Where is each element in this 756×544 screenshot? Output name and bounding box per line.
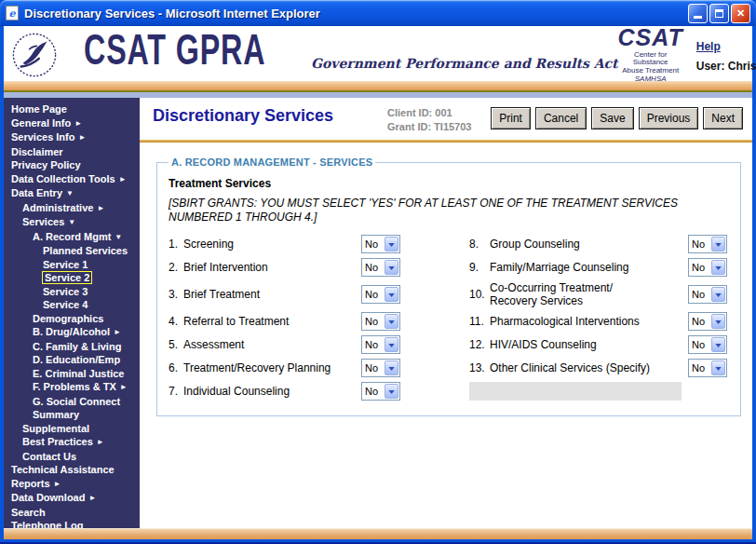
service-number: 13. bbox=[469, 361, 490, 374]
previous-button[interactable]: Previous bbox=[639, 107, 699, 129]
sidebar-item-data-collection-tools[interactable]: Data Collection Tools► bbox=[4, 172, 140, 187]
sidebar-item-g-social-connect[interactable]: G. Social Connect bbox=[4, 395, 140, 409]
service-name: Other Clinical Services (Specify) bbox=[490, 361, 650, 374]
service-3-select[interactable]: No▼ bbox=[361, 285, 400, 304]
print-button[interactable]: Print bbox=[491, 107, 531, 129]
service-5-select[interactable]: No▼ bbox=[361, 335, 400, 354]
sidebar-item-search[interactable]: Search bbox=[4, 506, 140, 520]
sidebar-item-privacy-policy[interactable]: Privacy Policy bbox=[4, 158, 140, 172]
service-1-label: 1.Screening bbox=[169, 235, 361, 253]
dropdown-arrow-button[interactable]: ▼ bbox=[711, 360, 725, 375]
sbirt-grants-note: [SBIRT GRANTS: YOU MUST SELECT 'YES' FOR… bbox=[169, 197, 727, 224]
sidebar-item-demographics[interactable]: Demographics bbox=[4, 312, 140, 326]
service-1-select[interactable]: No▼ bbox=[361, 235, 400, 253]
service-6-select[interactable]: No▼ bbox=[361, 359, 400, 377]
sidebar-item-b-drug-alcohol[interactable]: B. Drug/Alcohol► bbox=[4, 325, 140, 340]
dropdown-arrow-button[interactable]: ▼ bbox=[385, 260, 398, 275]
title-bar: e Discretionary Services - Microsoft Int… bbox=[0, 0, 756, 26]
sidebar-item-a-record-mgmt[interactable]: A. Record Mgmt▼ bbox=[4, 230, 140, 245]
sidebar-item-home-page[interactable]: Home Page bbox=[4, 102, 140, 116]
sidebar-item-data-entry[interactable]: Data Entry▼ bbox=[4, 186, 140, 201]
sidebar-item-general-info[interactable]: General Info► bbox=[4, 116, 140, 131]
selected-value: No bbox=[362, 286, 384, 303]
sidebar-item-services[interactable]: Services▼ bbox=[4, 215, 140, 230]
sidebar-item-service-4[interactable]: Service 4 bbox=[4, 298, 140, 312]
dropdown-arrow-button[interactable]: ▼ bbox=[711, 287, 725, 302]
dropdown-arrow-button[interactable]: ▼ bbox=[385, 384, 398, 399]
sidebar-item-label: Search bbox=[11, 507, 46, 518]
header-divider-band bbox=[4, 81, 752, 92]
service-number: 4. bbox=[169, 315, 183, 328]
submenu-right-arrow-icon: ► bbox=[78, 133, 86, 142]
sidebar-item-services-info[interactable]: Services Info► bbox=[4, 130, 140, 145]
sidebar-item-service-3[interactable]: Service 3 bbox=[4, 285, 140, 299]
dropdown-arrow-button[interactable]: ▼ bbox=[711, 237, 725, 252]
sidebar-item-telephone-log[interactable]: Telephone Log bbox=[4, 519, 140, 528]
sidebar-item-disclaimer[interactable]: Disclaimer bbox=[4, 145, 140, 159]
sidebar-item-label: Service 3 bbox=[43, 286, 88, 297]
sidebar-item-label: Disclaimer bbox=[11, 146, 63, 157]
chevron-down-icon: ▼ bbox=[713, 265, 722, 271]
service-10-select[interactable]: No▼ bbox=[688, 285, 727, 304]
dropdown-arrow-button[interactable]: ▼ bbox=[385, 287, 398, 302]
sidebar-item-label: Service 2 bbox=[43, 272, 91, 283]
dropdown-arrow-button[interactable]: ▼ bbox=[385, 337, 398, 352]
sidebar-item-planned-services[interactable]: Planned Services bbox=[4, 244, 140, 258]
sidebar-item-label: Demographics bbox=[33, 313, 103, 324]
service-4-select[interactable]: No▼ bbox=[361, 312, 400, 331]
sidebar-item-label: General Info bbox=[11, 117, 71, 129]
sidebar-item-c-family-living[interactable]: C. Family & Living bbox=[4, 340, 140, 354]
sidebar-item-label: D. Education/Emp bbox=[33, 354, 120, 365]
sidebar-item-label: Best Practices bbox=[22, 436, 93, 447]
service-2-select[interactable]: No▼ bbox=[361, 258, 400, 277]
dropdown-arrow-button[interactable]: ▼ bbox=[385, 237, 398, 252]
dropdown-arrow-button[interactable]: ▼ bbox=[711, 337, 725, 352]
chevron-down-icon: ▼ bbox=[713, 319, 722, 325]
service-13-select[interactable]: No▼ bbox=[688, 359, 727, 377]
service-10-label: 10.Co-Occurring Treatment/ Recovery Serv… bbox=[404, 281, 688, 307]
sidebar-item-service-1[interactable]: Service 1 bbox=[4, 258, 140, 272]
sidebar-item-d-education-emp[interactable]: D. Education/Emp bbox=[4, 353, 140, 367]
service-number: 10. bbox=[469, 288, 490, 301]
sidebar-item-summary[interactable]: Summary bbox=[4, 408, 140, 422]
minimize-button[interactable] bbox=[688, 4, 708, 23]
submenu-right-arrow-icon: ► bbox=[88, 494, 96, 502]
sidebar-item-service-2[interactable]: Service 2 bbox=[4, 271, 140, 285]
chevron-down-icon: ▼ bbox=[386, 265, 396, 271]
dropdown-arrow-button[interactable]: ▼ bbox=[385, 314, 398, 329]
help-link[interactable]: Help bbox=[696, 40, 721, 53]
sidebar-item-contact-us[interactable]: Contact Us bbox=[4, 450, 140, 464]
cancel-button[interactable]: Cancel bbox=[535, 107, 587, 129]
sidebar-item-e-criminal-justice[interactable]: E. Criminal Justice bbox=[4, 367, 140, 381]
grant-id-label: Grant ID: TI15703 bbox=[387, 120, 471, 134]
sidebar-item-technical-assistance[interactable]: Technical Assistance bbox=[4, 463, 140, 477]
sidebar-item-reports[interactable]: Reports► bbox=[4, 477, 140, 492]
service-9-select[interactable]: No▼ bbox=[688, 258, 727, 277]
sidebar-item-data-download[interactable]: Data Download► bbox=[4, 491, 140, 506]
brand-subtitle: Government Performance and Results Act bbox=[311, 56, 618, 75]
dropdown-arrow-button[interactable]: ▼ bbox=[385, 360, 398, 375]
service-11-select[interactable]: No▼ bbox=[688, 312, 727, 331]
main-content: Discretionary Services Client ID: 001 Gr… bbox=[140, 98, 752, 528]
sidebar-item-best-practices[interactable]: Best Practices► bbox=[4, 435, 140, 450]
dropdown-arrow-button[interactable]: ▼ bbox=[711, 314, 725, 329]
hhs-eagle-logo-icon bbox=[11, 31, 58, 79]
sidebar-item-supplemental[interactable]: Supplemental bbox=[4, 422, 140, 436]
service-11-label: 11.Pharmacological Interventions bbox=[404, 312, 688, 331]
next-button[interactable]: Next bbox=[703, 107, 743, 129]
selected-value: No bbox=[362, 383, 384, 400]
sidebar-item-label: Planned Services bbox=[43, 245, 128, 256]
submenu-down-arrow-icon: ▼ bbox=[66, 189, 74, 197]
sidebar-item-f-problems-tx[interactable]: F. Problems & TX► bbox=[4, 380, 140, 395]
sidebar-item-administrative[interactable]: Administrative► bbox=[4, 201, 140, 216]
service-7-select[interactable]: No▼ bbox=[361, 382, 400, 401]
maximize-button[interactable] bbox=[709, 4, 729, 23]
close-button[interactable]: ✕ bbox=[731, 4, 750, 23]
save-button[interactable]: Save bbox=[591, 107, 633, 129]
submenu-right-arrow-icon: ► bbox=[120, 383, 128, 391]
brand-title: CSAT GPRA bbox=[84, 26, 265, 75]
dropdown-arrow-button[interactable]: ▼ bbox=[711, 260, 725, 275]
service-12-select[interactable]: No▼ bbox=[688, 335, 727, 354]
other-clinical-specify-input[interactable] bbox=[469, 382, 682, 401]
service-8-select[interactable]: No▼ bbox=[688, 235, 727, 253]
